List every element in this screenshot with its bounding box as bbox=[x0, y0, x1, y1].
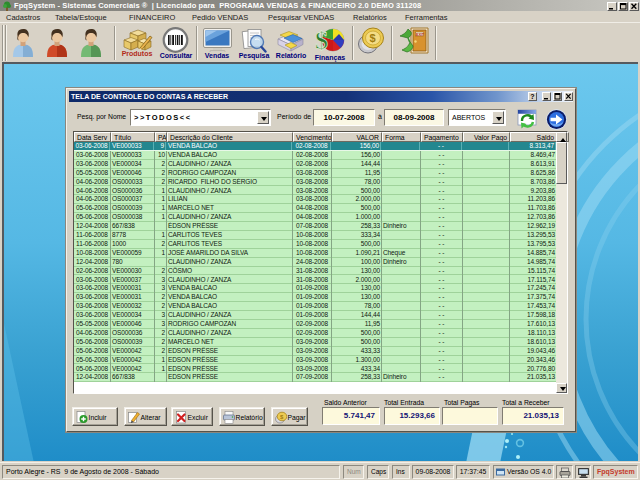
svg-text:EXIT: EXIT bbox=[416, 33, 425, 37]
svg-text:$: $ bbox=[370, 32, 376, 44]
svg-text:$: $ bbox=[315, 26, 328, 54]
